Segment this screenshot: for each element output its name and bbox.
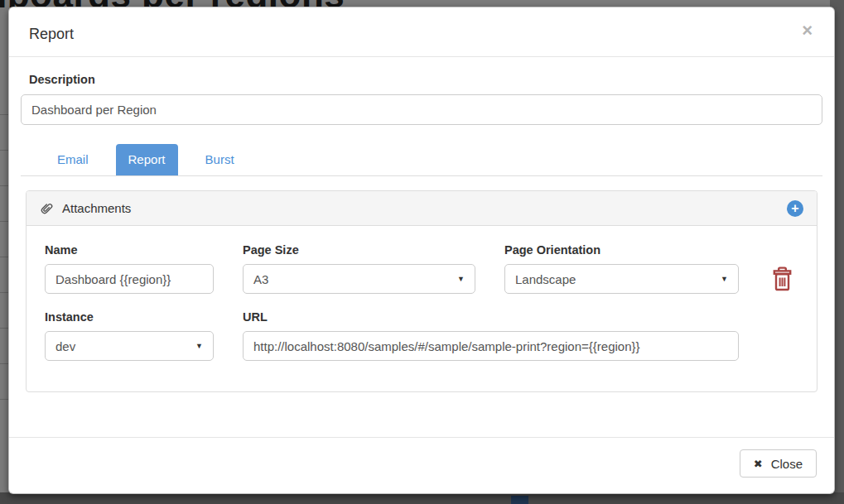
description-label: Description [29,73,814,86]
url-field-group: URL [243,310,739,361]
page-orientation-field-group: Page Orientation Landscape ▼ [504,243,739,295]
page-size-select[interactable]: A3 ▼ [243,264,475,294]
tab-report[interactable]: Report [116,144,178,175]
attachments-title: Attachments [62,201,131,215]
tab-bar: Email Report Burst [21,144,822,176]
modal-header: Report × [9,7,834,57]
page-orientation-select[interactable]: Landscape ▼ [504,264,739,294]
report-modal: Report × Description Email Report Burst … [8,7,835,494]
instance-select[interactable]: dev ▼ [45,331,214,361]
modal-footer: ✖ Close [9,437,834,493]
name-field-group: Name [45,243,214,295]
modal-title: Report [29,24,74,44]
name-input[interactable] [45,264,214,294]
chevron-down-icon: ▼ [721,275,728,283]
modal-body: Description Email Report Burst Attachmen… [9,57,834,406]
instance-label: Instance [45,310,214,324]
delete-attachment-cell [768,243,798,295]
page-orientation-value: Landscape [515,272,576,286]
url-input[interactable] [243,331,739,361]
close-button-label: Close [771,457,803,471]
modal-close-icon[interactable]: × [802,24,813,37]
name-label: Name [45,243,214,257]
page-orientation-label: Page Orientation [504,243,739,257]
add-attachment-button[interactable]: + [787,200,803,217]
tab-email[interactable]: Email [45,144,101,175]
page-size-value: A3 [253,272,268,286]
attachments-panel: Attachments + Name Page Size A3 ▼ [26,190,817,392]
delete-attachment-button[interactable] [770,266,794,295]
chevron-down-icon: ▼ [195,342,203,350]
background-content-fragment [511,496,528,504]
instance-field-group: Instance dev ▼ [45,310,214,361]
attachments-panel-header: Attachments + [27,191,817,226]
page-size-label: Page Size [243,243,475,257]
trash-icon [770,283,794,295]
url-label: URL [243,310,739,324]
paperclip-icon [40,201,53,216]
x-icon: ✖ [754,458,763,470]
backdrop-bottom-strip [0,492,844,504]
description-input[interactable] [21,94,822,125]
page-size-field-group: Page Size A3 ▼ [243,243,475,295]
instance-value: dev [55,339,75,353]
attachments-panel-body: Name Page Size A3 ▼ Page Orientation [27,226,817,391]
attachment-fields: Name Page Size A3 ▼ Page Orientation [45,243,798,361]
chevron-down-icon: ▼ [457,275,465,283]
tab-burst[interactable]: Burst [193,144,247,175]
close-button[interactable]: ✖ Close [740,449,817,478]
